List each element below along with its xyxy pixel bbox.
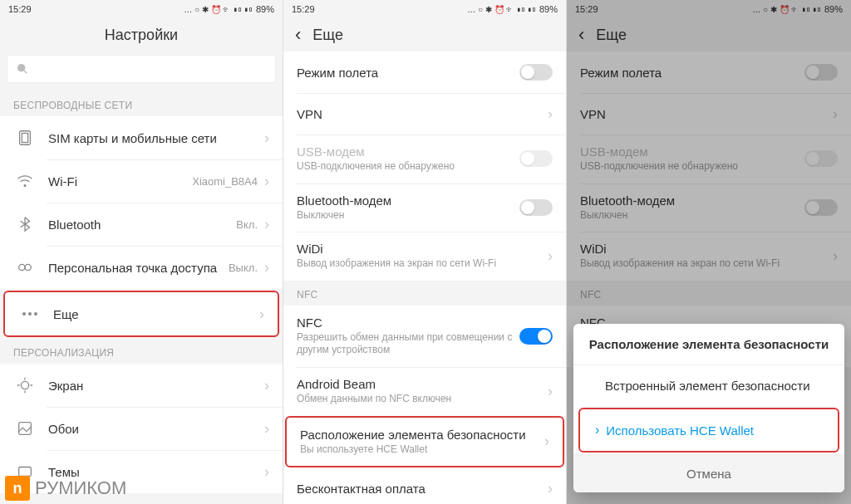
svg-rect-3	[22, 134, 27, 143]
row-bluetooth[interactable]: Bluetooth Вкл. ›	[0, 203, 283, 246]
more-icon	[18, 302, 42, 325]
section-nfc: NFC	[283, 281, 566, 306]
bluetooth-icon	[13, 213, 37, 236]
row-vpn[interactable]: VPN ›	[283, 93, 566, 135]
chevron-right-icon: ›	[264, 463, 269, 481]
status-bar: 15:29 … ○ ✱ ⏰ ᯤ ▮▯ ▮▯ 89%	[0, 0, 283, 18]
status-time: 15:29	[292, 4, 315, 14]
watermark-logo-icon: n	[5, 476, 30, 501]
row-wifi[interactable]: Wi-Fi Xiaomi_B8A4 ›	[0, 159, 283, 203]
status-icons: … ○ ✱ ⏰ ᯤ ▮▯ ▮▯	[184, 5, 253, 14]
row-sim-cards[interactable]: SIM карты и мобильные сети ›	[0, 116, 283, 159]
chevron-right-icon: ›	[548, 480, 553, 497]
hotspot-value: Выкл.	[229, 262, 258, 274]
status-time: 15:29	[8, 4, 32, 14]
svg-point-6	[25, 264, 31, 270]
title-bar: ‹ Еще	[283, 18, 566, 51]
bluetooth-value: Вкл.	[236, 218, 258, 231]
check-icon: ›	[595, 423, 599, 438]
screen-icon	[13, 374, 37, 397]
chevron-right-icon: ›	[264, 130, 269, 147]
row-wallpaper[interactable]: Обои ›	[0, 407, 283, 450]
sim-icon	[13, 126, 37, 149]
chevron-right-icon: ›	[548, 105, 553, 123]
row-usb-modem: USB-модем USB-подключения не обнаружено	[283, 135, 566, 183]
chevron-right-icon: ›	[264, 173, 269, 190]
status-icons: … ○ ✱ ⏰ ᯤ ▮▯ ▮▯	[467, 5, 536, 14]
chevron-right-icon: ›	[548, 247, 553, 265]
chevron-right-icon: ›	[544, 433, 549, 450]
row-screen[interactable]: Экран ›	[0, 364, 283, 407]
dialog-title: Расположение элемента безопасности	[573, 324, 844, 365]
back-button[interactable]: ‹	[295, 24, 301, 46]
airplane-toggle[interactable]	[519, 64, 553, 81]
status-battery: 89%	[256, 4, 274, 14]
row-android-beam[interactable]: Android Beam Обмен данными по NFC включе…	[283, 367, 566, 416]
chevron-right-icon: ›	[264, 377, 269, 394]
svg-line-1	[24, 71, 27, 73]
dialog-cancel-button[interactable]: Отмена	[573, 454, 844, 492]
watermark: n РУМИКОМ	[0, 472, 131, 504]
dialog-option-hce-wallet[interactable]: › Использовать HCE Wallet	[580, 409, 838, 451]
svg-point-4	[24, 185, 26, 187]
hotspot-icon	[13, 256, 37, 279]
phone-settings-more: 15:29 … ○ ✱ ⏰ ᯤ ▮▯ ▮▯ 89% ‹ Еще Режим по…	[283, 0, 567, 504]
phone-settings-dialog: 15:29 … ○ ✱ ⏰ ᯤ ▮▯ ▮▯ 89% ‹ Еще Режим по…	[567, 0, 851, 504]
svg-point-7	[21, 381, 28, 389]
row-hotspot[interactable]: Персональная точка доступа Выкл. ›	[0, 246, 283, 289]
chevron-right-icon: ›	[264, 259, 269, 276]
wallpaper-icon	[13, 417, 37, 440]
wifi-value: Xiaomi_B8A4	[192, 175, 258, 188]
usb-modem-toggle	[519, 150, 553, 167]
row-nfc[interactable]: NFC Разрешить обмен данными при совмещен…	[283, 306, 566, 367]
status-bar: 15:29 … ○ ✱ ⏰ ᯤ ▮▯ ▮▯ 89%	[283, 0, 566, 18]
security-element-dialog: Расположение элемента безопасности Встро…	[573, 324, 844, 492]
row-airplane-mode[interactable]: Режим полета	[283, 51, 566, 93]
section-personalization: ПЕРСОНАЛИЗАЦИЯ	[0, 339, 283, 364]
chevron-right-icon: ›	[259, 306, 264, 323]
dialog-option-embedded[interactable]: Встроенный элемент безопасности	[573, 365, 844, 406]
row-widi[interactable]: WiDi Вывод изображения на экран по сети …	[283, 232, 566, 281]
wifi-icon	[13, 169, 37, 193]
row-more[interactable]: Еще ›	[5, 292, 278, 335]
bt-modem-toggle[interactable]	[519, 199, 553, 216]
search-input[interactable]	[7, 55, 276, 83]
chevron-right-icon: ›	[264, 216, 269, 233]
page-title: Настройки	[0, 18, 283, 51]
row-security-element[interactable]: Расположение элемента безопасности Вы ис…	[287, 418, 563, 467]
nfc-toggle[interactable]	[519, 328, 553, 345]
chevron-right-icon: ›	[264, 420, 269, 438]
phone-settings-main: 15:29 … ○ ✱ ⏰ ᯤ ▮▯ ▮▯ 89% Настройки БЕСП…	[0, 0, 283, 504]
section-wireless: БЕСПРОВОДНЫЕ СЕТИ	[0, 91, 283, 116]
svg-point-5	[19, 264, 25, 270]
chevron-right-icon: ›	[548, 383, 553, 400]
page-title: Еще	[312, 27, 343, 44]
status-battery: 89%	[539, 4, 558, 14]
row-contactless-pay[interactable]: Бесконтактная оплата ›	[283, 467, 566, 504]
svg-point-0	[17, 64, 25, 71]
search-icon	[16, 62, 29, 76]
row-bt-modem[interactable]: Bluetooth-модем Выключен	[283, 183, 566, 232]
